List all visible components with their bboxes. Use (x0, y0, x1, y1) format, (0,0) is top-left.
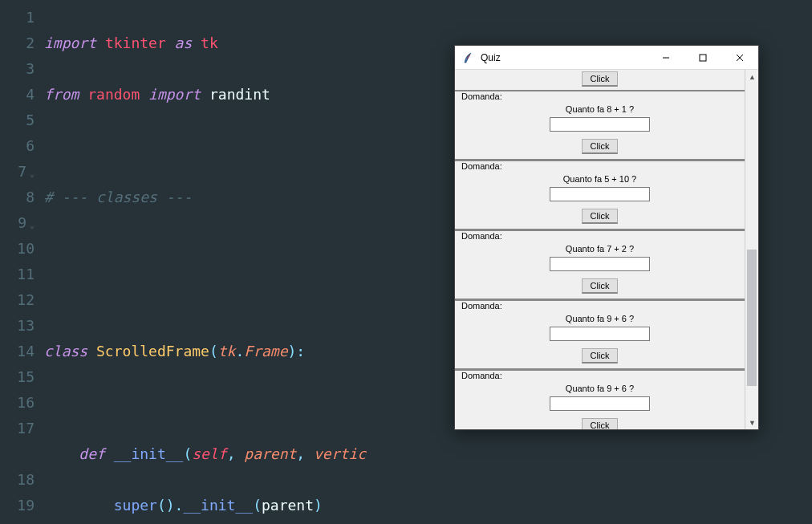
question-group: Domanda: Quanto fa 7 + 2 ? Click (455, 230, 745, 300)
line-number: 20 (0, 518, 35, 524)
quiz-window: Quiz Click Domanda: Quanto fa 8 + 1 ? Cl… (454, 45, 759, 430)
line-number: 7⌄ (0, 159, 35, 185)
question-text: Quanto fa 8 + 1 ? (455, 104, 745, 114)
line-number: 9⌄ (0, 210, 35, 236)
answer-input[interactable] (550, 117, 650, 132)
scrollbar-thumb[interactable] (747, 250, 757, 386)
answer-input[interactable] (550, 187, 650, 201)
question-group: Domanda: Quanto fa 8 + 1 ? Click (455, 91, 745, 160)
answer-input[interactable] (550, 327, 650, 341)
line-number (0, 441, 35, 467)
line-number: 5 (0, 108, 35, 133)
window-titlebar[interactable]: Quiz (455, 46, 758, 70)
line-number-gutter: 1 2 3 4 5 6 7⌄ 8 9⌄ 10 11 12 13 14 15 16… (0, 0, 44, 524)
line-number: 1 (0, 5, 35, 30)
answer-input[interactable] (550, 396, 650, 411)
line-number: 4 (0, 82, 35, 108)
question-text: Quanto fa 9 + 6 ? (455, 384, 745, 393)
window-controls (648, 46, 758, 70)
maximize-button[interactable] (684, 46, 721, 70)
scroll-down-icon[interactable]: ▼ (745, 416, 758, 429)
line-number: 19 (0, 493, 35, 518)
fold-icon[interactable]: ⌄ (28, 161, 35, 187)
svg-rect-1 (700, 55, 706, 61)
question-group: Domanda: Quanto fa 9 + 6 ? Click (455, 300, 745, 370)
line-number: 2 (0, 30, 35, 56)
question-text: Quanto fa 7 + 2 ? (455, 244, 745, 254)
line-number: 6 (0, 133, 35, 159)
scroll-up-icon[interactable]: ▲ (745, 70, 758, 83)
click-button[interactable]: Click (582, 348, 619, 364)
click-button[interactable]: Click (582, 71, 619, 87)
click-button[interactable]: Click (582, 139, 619, 154)
tk-feather-icon (461, 51, 474, 64)
question-group: Domanda: Quanto fa 5 + 10 ? Click (455, 160, 745, 230)
line-number: 14 (0, 339, 35, 364)
question-text: Quanto fa 5 + 10 ? (455, 174, 745, 184)
answer-input[interactable] (550, 257, 650, 271)
line-number: 18 (0, 467, 35, 493)
line-number: 13 (0, 313, 35, 339)
click-button[interactable]: Click (582, 209, 619, 224)
partial-question-group: Click (455, 70, 745, 91)
line-number: 8 (0, 185, 35, 210)
line-number: 17 (0, 416, 35, 441)
line-number: 15 (0, 364, 35, 390)
question-legend: Domanda: (460, 301, 504, 311)
question-text: Quanto fa 9 + 6 ? (455, 314, 745, 323)
line-number: 12 (0, 287, 35, 313)
window-title: Quiz (481, 52, 648, 63)
click-button[interactable]: Click (582, 278, 619, 294)
question-legend: Domanda: (460, 371, 504, 380)
line-number: 16 (0, 390, 35, 416)
minimize-button[interactable] (648, 46, 684, 70)
scrollbar-track[interactable] (745, 83, 758, 416)
question-legend: Domanda: (460, 91, 504, 101)
quiz-content: Click Domanda: Quanto fa 8 + 1 ? Click D… (455, 70, 745, 429)
line-number: 11 (0, 262, 35, 287)
line-number: 10 (0, 236, 35, 262)
fold-icon[interactable]: ⌄ (28, 213, 35, 238)
question-legend: Domanda: (460, 231, 504, 241)
line-number: 3 (0, 56, 35, 82)
click-button[interactable]: Click (582, 418, 619, 429)
vertical-scrollbar[interactable]: ▲ ▼ (745, 70, 758, 429)
close-button[interactable] (721, 46, 758, 70)
question-group: Domanda: Quanto fa 9 + 6 ? Click (455, 370, 745, 429)
question-legend: Domanda: (460, 161, 504, 171)
